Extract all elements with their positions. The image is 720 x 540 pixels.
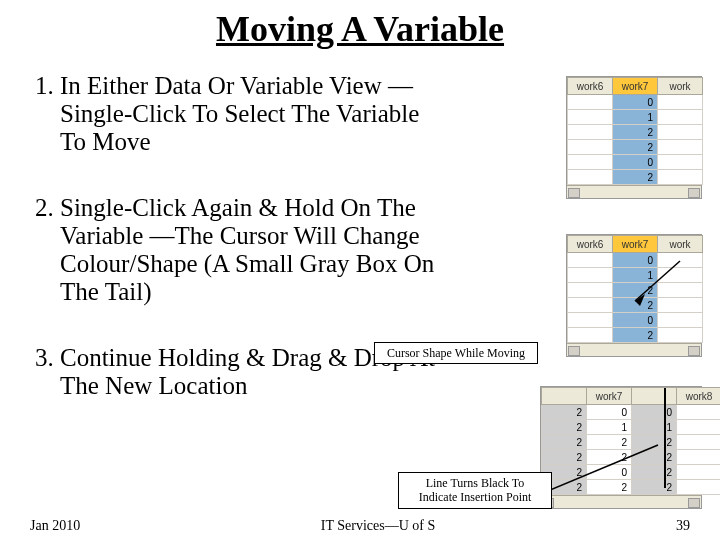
cell [658, 328, 703, 343]
cell [658, 125, 703, 140]
cell: 1 [632, 420, 677, 435]
slide-title: Moving A Variable [0, 8, 720, 50]
screenshot-select-variable: work6work7work 012202 [566, 76, 702, 199]
column-header: work6 [568, 78, 613, 95]
svg-line-0 [635, 261, 680, 301]
cell: 2 [542, 405, 587, 420]
cell: 0 [632, 405, 677, 420]
footer-page-number: 39 [676, 518, 690, 534]
svg-line-2 [550, 445, 658, 490]
column-header [542, 388, 587, 405]
cell [568, 268, 613, 283]
column-header: work [658, 78, 703, 95]
cell: 2 [542, 420, 587, 435]
cell [677, 465, 721, 480]
cell [568, 155, 613, 170]
cell: 2 [613, 125, 658, 140]
cell [677, 450, 721, 465]
footer-center: IT Services—U of S [321, 518, 435, 534]
cell [658, 170, 703, 185]
cell [568, 298, 613, 313]
cell [677, 435, 721, 450]
cell: 0 [587, 405, 632, 420]
cell: 0 [613, 155, 658, 170]
cell: 1 [587, 420, 632, 435]
scrollbar-horizontal [567, 185, 701, 198]
cell [658, 110, 703, 125]
cell: 1 [613, 110, 658, 125]
callout-cursor-shape: Cursor Shape While Moving [374, 342, 538, 364]
cell [677, 480, 721, 495]
cursor-arrow-indicator [620, 256, 690, 316]
cell [677, 420, 721, 435]
callout-insertion-line: Line Turns Black To Indicate Insertion P… [398, 472, 552, 509]
cell [568, 95, 613, 110]
scrollbar-horizontal [567, 343, 701, 356]
cell [568, 125, 613, 140]
cell: 2 [613, 140, 658, 155]
column-header: work7 [613, 236, 658, 253]
column-header: work7 [613, 78, 658, 95]
cell [677, 405, 721, 420]
column-header [632, 388, 677, 405]
callout-leader-line [550, 440, 670, 500]
cell [568, 110, 613, 125]
cell [568, 253, 613, 268]
cell [568, 170, 613, 185]
footer-date: Jan 2010 [30, 518, 80, 534]
cell: 2 [613, 170, 658, 185]
column-header: work7 [587, 388, 632, 405]
column-header: work6 [568, 236, 613, 253]
column-header: work [658, 236, 703, 253]
cell: 0 [613, 95, 658, 110]
cell [568, 140, 613, 155]
cell [658, 95, 703, 110]
cell [568, 283, 613, 298]
cell [658, 155, 703, 170]
cell: 2 [613, 328, 658, 343]
cell [568, 313, 613, 328]
cell [568, 328, 613, 343]
column-header: work8 [677, 388, 721, 405]
cell [658, 140, 703, 155]
